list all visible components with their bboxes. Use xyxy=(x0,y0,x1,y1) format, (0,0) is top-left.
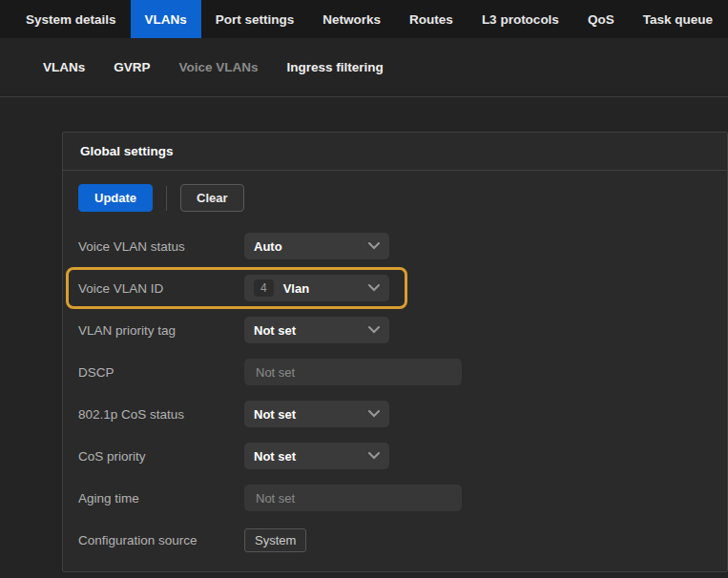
clear-button[interactable]: Clear xyxy=(180,184,244,212)
form-row-voice-vlan-id: Voice VLAN ID 4 Vlan xyxy=(66,267,407,309)
voice-vlan-id-label: Voice VLAN ID xyxy=(78,281,244,296)
sub-navigation: VLANs GVRP Voice VLANs Ingress filtering xyxy=(0,38,728,97)
tab-voice-vlans[interactable]: Voice VLANs xyxy=(179,60,259,74)
voice-vlan-status-value: Auto xyxy=(254,239,282,254)
form-row-aging-time: Aging time Not set xyxy=(78,477,712,519)
form-row-dscp: DSCP Not set xyxy=(78,351,712,393)
voice-vlan-status-label: Voice VLAN status xyxy=(78,239,244,254)
nav-item-l3-protocols[interactable]: L3 protocols xyxy=(468,0,573,38)
vlan-priority-tag-select[interactable]: Not set xyxy=(244,317,389,343)
voice-vlan-id-select[interactable]: 4 Vlan xyxy=(244,275,389,301)
cos-priority-select[interactable]: Not set xyxy=(244,443,389,469)
tab-vlans[interactable]: VLANs xyxy=(43,60,85,74)
card-body: Update Clear Voice VLAN status Auto Voic… xyxy=(63,171,727,574)
nav-item-qos[interactable]: QoS xyxy=(573,0,629,38)
dscp-field: Not set xyxy=(244,359,462,385)
cos-priority-value: Not set xyxy=(254,449,296,464)
form-row-cos-status: 802.1p CoS status Not set xyxy=(78,393,712,435)
form-row-voice-vlan-status: Voice VLAN status Auto xyxy=(78,225,712,267)
nav-item-networks[interactable]: Networks xyxy=(308,0,395,38)
chevron-down-icon xyxy=(368,410,380,418)
nav-item-routes[interactable]: Routes xyxy=(395,0,468,38)
button-row: Update Clear xyxy=(78,184,712,212)
aging-time-label: Aging time xyxy=(78,491,244,506)
chevron-down-icon xyxy=(368,284,380,292)
form-row-cos-priority: CoS priority Not set xyxy=(78,435,712,477)
chevron-down-icon xyxy=(368,326,380,334)
cos-status-select[interactable]: Not set xyxy=(244,401,389,427)
global-settings-card: Global settings Update Clear Voice VLAN … xyxy=(62,132,728,572)
top-navigation: System details VLANs Port settings Netwo… xyxy=(0,0,728,38)
tab-gvrp[interactable]: GVRP xyxy=(114,60,150,74)
update-button[interactable]: Update xyxy=(78,184,153,212)
button-divider xyxy=(166,186,167,211)
configuration-source-label: Configuration source xyxy=(78,533,244,547)
nav-item-port-settings[interactable]: Port settings xyxy=(201,0,309,38)
configuration-source-value: System xyxy=(244,528,306,552)
vlan-priority-tag-value: Not set xyxy=(254,323,296,338)
nav-item-system-details[interactable]: System details xyxy=(11,0,131,38)
cos-status-value: Not set xyxy=(254,407,296,422)
dscp-label: DSCP xyxy=(78,365,244,380)
card-title: Global settings xyxy=(63,133,727,171)
voice-vlan-id-value: Vlan xyxy=(283,281,309,296)
cos-status-label: 802.1p CoS status xyxy=(78,407,244,422)
cos-priority-label: CoS priority xyxy=(78,449,244,464)
nav-item-task-queue[interactable]: Task queue xyxy=(629,0,727,38)
voice-vlan-status-select[interactable]: Auto xyxy=(244,233,389,259)
chevron-down-icon xyxy=(368,242,380,250)
vlan-priority-tag-label: VLAN priority tag xyxy=(78,323,244,338)
form-row-configuration-source: Configuration source System xyxy=(78,519,712,561)
form-row-vlan-priority-tag: VLAN priority tag Not set xyxy=(78,309,712,351)
tab-ingress-filtering[interactable]: Ingress filtering xyxy=(287,60,384,74)
aging-time-field: Not set xyxy=(244,485,462,511)
nav-item-vlans[interactable]: VLANs xyxy=(131,0,201,38)
vlan-id-badge: 4 xyxy=(254,279,274,297)
chevron-down-icon xyxy=(368,452,380,460)
